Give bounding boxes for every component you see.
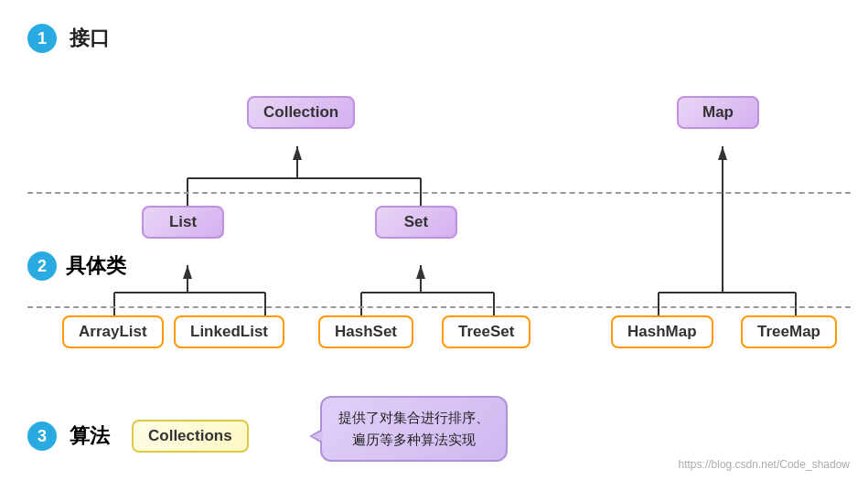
- tooltip-line2: 遍历等多种算法实现: [338, 429, 489, 451]
- svg-marker-14: [416, 265, 425, 279]
- tooltip-bubble: 提供了对集合进行排序、 遍历等多种算法实现: [320, 396, 508, 462]
- badge-3: 3: [27, 421, 57, 451]
- linkedlist-box: LinkedList: [174, 315, 284, 348]
- collections-box: Collections: [132, 420, 249, 453]
- treemap-box: TreeMap: [741, 315, 837, 348]
- section3-row: 3 算法 Collections: [27, 420, 249, 453]
- section3-label: 算法: [70, 422, 110, 450]
- watermark: https://blog.csdn.net/Code_shadow: [679, 458, 850, 471]
- treeset-box: TreeSet: [442, 315, 530, 348]
- divider-2: [27, 306, 851, 308]
- section1-label-row: 1 接口: [27, 24, 841, 53]
- collection-box: Collection: [247, 96, 355, 129]
- section1-label: 接口: [70, 25, 110, 52]
- map-box: Map: [677, 96, 759, 129]
- hashset-box: HashSet: [318, 315, 413, 348]
- section2-row: 2 具体类: [27, 251, 126, 281]
- tooltip-line1: 提供了对集合进行排序、: [338, 407, 489, 429]
- set-box: Set: [375, 206, 457, 239]
- hashmap-box: HashMap: [611, 315, 713, 348]
- badge-1: 1: [27, 24, 57, 53]
- svg-marker-4: [293, 146, 302, 160]
- section2-label: 具体类: [66, 252, 126, 280]
- arraylist-box: ArrayList: [62, 315, 164, 348]
- divider-1: [27, 192, 851, 194]
- svg-marker-9: [183, 265, 192, 279]
- main-container: 1 接口: [0, 0, 868, 480]
- list-box: List: [142, 206, 224, 239]
- badge-2: 2: [27, 251, 57, 281]
- svg-marker-19: [718, 146, 727, 160]
